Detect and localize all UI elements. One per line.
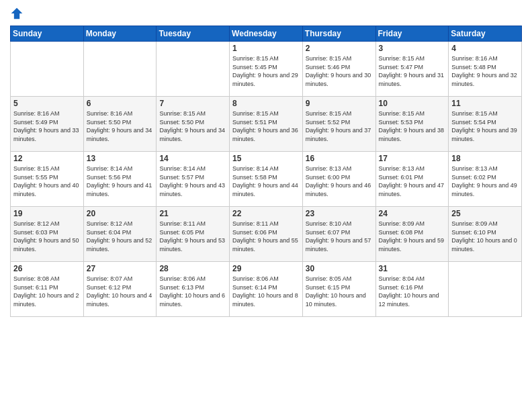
day-cell: 10Sunrise: 8:15 AM Sunset: 5:53 PM Dayli… — [375, 97, 449, 152]
day-cell: 16Sunrise: 8:13 AM Sunset: 6:00 PM Dayli… — [302, 152, 375, 207]
day-cell: 5Sunrise: 8:16 AM Sunset: 5:49 PM Daylig… — [11, 97, 84, 152]
day-cell: 4Sunrise: 8:16 AM Sunset: 5:48 PM Daylig… — [449, 42, 522, 97]
day-info: Sunrise: 8:06 AM Sunset: 6:13 PM Dayligh… — [159, 275, 226, 308]
day-number: 5 — [13, 99, 81, 108]
day-info: Sunrise: 8:16 AM Sunset: 5:49 PM Dayligh… — [13, 109, 81, 143]
day-info: Sunrise: 8:15 AM Sunset: 5:51 PM Dayligh… — [232, 109, 300, 143]
day-number: 24 — [379, 209, 446, 218]
day-number: 12 — [13, 154, 81, 163]
day-info: Sunrise: 8:09 AM Sunset: 6:10 PM Dayligh… — [451, 220, 519, 253]
day-number: 31 — [379, 264, 446, 273]
day-number: 1 — [232, 44, 300, 53]
day-info: Sunrise: 8:15 AM Sunset: 5:53 PM Dayligh… — [379, 109, 446, 143]
day-number: 25 — [451, 209, 519, 218]
day-info: Sunrise: 8:15 AM Sunset: 5:45 PM Dayligh… — [232, 54, 300, 88]
weekday-header-thursday: Thursday — [302, 26, 375, 42]
day-cell: 24Sunrise: 8:09 AM Sunset: 6:08 PM Dayli… — [375, 207, 449, 262]
week-row-3: 12Sunrise: 8:15 AM Sunset: 5:55 PM Dayli… — [11, 152, 522, 207]
day-number: 21 — [159, 209, 226, 218]
day-cell: 19Sunrise: 8:12 AM Sunset: 6:03 PM Dayli… — [11, 207, 84, 262]
weekday-header-monday: Monday — [83, 26, 157, 42]
day-cell: 17Sunrise: 8:13 AM Sunset: 6:01 PM Dayli… — [375, 152, 449, 207]
day-cell: 9Sunrise: 8:15 AM Sunset: 5:52 PM Daylig… — [302, 97, 375, 152]
day-number: 2 — [306, 44, 373, 53]
day-cell: 6Sunrise: 8:16 AM Sunset: 5:50 PM Daylig… — [83, 97, 157, 152]
day-number: 15 — [232, 154, 300, 163]
day-info: Sunrise: 8:05 AM Sunset: 6:15 PM Dayligh… — [306, 275, 373, 308]
day-cell: 26Sunrise: 8:08 AM Sunset: 6:11 PM Dayli… — [11, 262, 84, 317]
day-cell: 25Sunrise: 8:09 AM Sunset: 6:10 PM Dayli… — [449, 207, 522, 262]
day-number: 9 — [306, 99, 373, 108]
day-number: 3 — [379, 44, 446, 53]
calendar: SundayMondayTuesdayWednesdayThursdayFrid… — [10, 26, 522, 317]
week-row-2: 5Sunrise: 8:16 AM Sunset: 5:49 PM Daylig… — [11, 97, 522, 152]
day-cell: 1Sunrise: 8:15 AM Sunset: 5:45 PM Daylig… — [230, 42, 303, 97]
day-cell: 18Sunrise: 8:13 AM Sunset: 6:02 PM Dayli… — [449, 152, 522, 207]
day-cell: 29Sunrise: 8:06 AM Sunset: 6:14 PM Dayli… — [230, 262, 303, 317]
day-cell: 23Sunrise: 8:10 AM Sunset: 6:07 PM Dayli… — [302, 207, 375, 262]
day-cell — [157, 42, 230, 97]
day-number: 6 — [87, 99, 154, 108]
weekday-header-sunday: Sunday — [11, 26, 84, 42]
day-number: 22 — [232, 209, 300, 218]
day-cell: 7Sunrise: 8:15 AM Sunset: 5:50 PM Daylig… — [157, 97, 230, 152]
weekday-header-row: SundayMondayTuesdayWednesdayThursdayFrid… — [11, 26, 522, 42]
day-number: 29 — [232, 264, 300, 273]
day-info: Sunrise: 8:15 AM Sunset: 5:46 PM Dayligh… — [306, 54, 373, 88]
day-info: Sunrise: 8:06 AM Sunset: 6:14 PM Dayligh… — [232, 275, 300, 308]
day-info: Sunrise: 8:15 AM Sunset: 5:47 PM Dayligh… — [379, 54, 446, 88]
day-info: Sunrise: 8:04 AM Sunset: 6:16 PM Dayligh… — [379, 275, 446, 308]
day-info: Sunrise: 8:11 AM Sunset: 6:05 PM Dayligh… — [159, 220, 226, 253]
day-cell: 13Sunrise: 8:14 AM Sunset: 5:56 PM Dayli… — [83, 152, 157, 207]
day-info: Sunrise: 8:09 AM Sunset: 6:08 PM Dayligh… — [379, 220, 446, 253]
day-number: 27 — [87, 264, 154, 273]
day-number: 4 — [451, 44, 519, 53]
day-number: 13 — [87, 154, 154, 163]
svg-marker-0 — [11, 8, 23, 19]
day-info: Sunrise: 8:14 AM Sunset: 5:57 PM Dayligh… — [159, 165, 226, 198]
day-info: Sunrise: 8:12 AM Sunset: 6:04 PM Dayligh… — [87, 220, 154, 253]
day-cell: 28Sunrise: 8:06 AM Sunset: 6:13 PM Dayli… — [157, 262, 230, 317]
day-info: Sunrise: 8:15 AM Sunset: 5:54 PM Dayligh… — [451, 109, 519, 143]
day-info: Sunrise: 8:07 AM Sunset: 6:12 PM Dayligh… — [87, 275, 154, 308]
day-number: 30 — [306, 264, 373, 273]
day-info: Sunrise: 8:13 AM Sunset: 6:01 PM Dayligh… — [379, 165, 446, 198]
day-info: Sunrise: 8:16 AM Sunset: 5:48 PM Dayligh… — [451, 54, 519, 88]
day-cell: 15Sunrise: 8:14 AM Sunset: 5:58 PM Dayli… — [230, 152, 303, 207]
day-number: 19 — [13, 209, 81, 218]
day-number: 26 — [13, 264, 81, 273]
weekday-header-friday: Friday — [375, 26, 449, 42]
day-info: Sunrise: 8:13 AM Sunset: 6:00 PM Dayligh… — [306, 165, 373, 198]
day-cell: 8Sunrise: 8:15 AM Sunset: 5:51 PM Daylig… — [230, 97, 303, 152]
day-cell: 20Sunrise: 8:12 AM Sunset: 6:04 PM Dayli… — [83, 207, 157, 262]
day-cell: 31Sunrise: 8:04 AM Sunset: 6:16 PM Dayli… — [375, 262, 449, 317]
day-info: Sunrise: 8:16 AM Sunset: 5:50 PM Dayligh… — [87, 109, 154, 143]
day-info: Sunrise: 8:14 AM Sunset: 5:56 PM Dayligh… — [87, 165, 154, 198]
day-cell: 21Sunrise: 8:11 AM Sunset: 6:05 PM Dayli… — [157, 207, 230, 262]
day-number: 17 — [379, 154, 446, 163]
day-info: Sunrise: 8:14 AM Sunset: 5:58 PM Dayligh… — [232, 165, 300, 198]
day-number: 7 — [159, 99, 226, 108]
day-number: 28 — [159, 264, 226, 273]
week-row-4: 19Sunrise: 8:12 AM Sunset: 6:03 PM Dayli… — [11, 207, 522, 262]
day-cell — [449, 262, 522, 317]
weekday-header-wednesday: Wednesday — [230, 26, 303, 42]
day-number: 23 — [306, 209, 373, 218]
page-header — [10, 7, 522, 20]
day-number: 10 — [379, 99, 446, 108]
day-cell: 11Sunrise: 8:15 AM Sunset: 5:54 PM Dayli… — [449, 97, 522, 152]
day-cell: 2Sunrise: 8:15 AM Sunset: 5:46 PM Daylig… — [302, 42, 375, 97]
day-info: Sunrise: 8:15 AM Sunset: 5:55 PM Dayligh… — [13, 165, 81, 198]
day-number: 16 — [306, 154, 373, 163]
logo — [10, 7, 26, 20]
day-number: 20 — [87, 209, 154, 218]
day-number: 11 — [451, 99, 519, 108]
day-cell — [11, 42, 84, 97]
day-info: Sunrise: 8:11 AM Sunset: 6:06 PM Dayligh… — [232, 220, 300, 253]
day-number: 14 — [159, 154, 226, 163]
day-info: Sunrise: 8:15 AM Sunset: 5:50 PM Dayligh… — [159, 109, 226, 143]
day-cell: 3Sunrise: 8:15 AM Sunset: 5:47 PM Daylig… — [375, 42, 449, 97]
weekday-header-saturday: Saturday — [449, 26, 522, 42]
day-info: Sunrise: 8:12 AM Sunset: 6:03 PM Dayligh… — [13, 220, 81, 253]
day-info: Sunrise: 8:15 AM Sunset: 5:52 PM Dayligh… — [306, 109, 373, 143]
